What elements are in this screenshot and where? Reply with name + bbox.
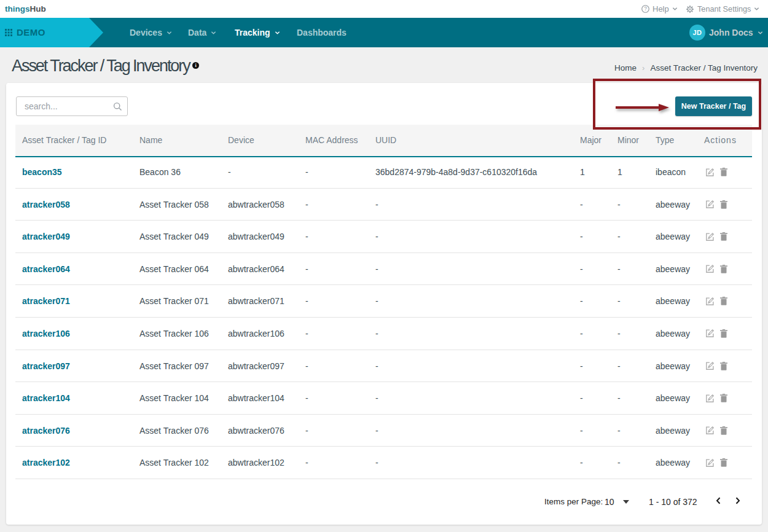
svg-text:?: ? bbox=[644, 6, 647, 12]
